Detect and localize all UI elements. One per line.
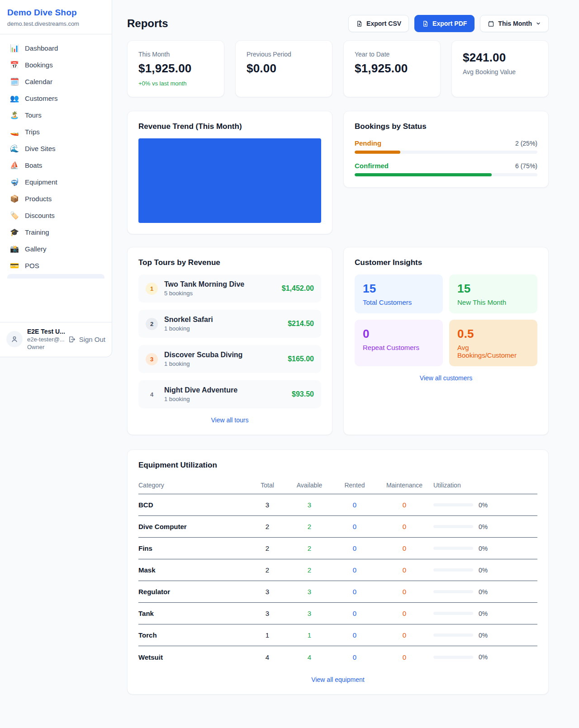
utilization-bar-track	[433, 525, 473, 528]
tile-value: 15	[457, 282, 529, 296]
export-csv-button[interactable]: Export CSV	[348, 15, 409, 32]
col-header-category: Category	[138, 482, 250, 489]
sidebar-item-customers[interactable]: 👥 Customers	[4, 90, 108, 107]
cell-category: Torch	[138, 631, 250, 639]
period-dropdown[interactable]: This Month	[480, 15, 549, 32]
sidebar-item-label: Trips	[25, 128, 40, 136]
stat-delta: +0% vs last month	[138, 80, 213, 87]
stat-label: Avg Booking Value	[463, 68, 537, 76]
cell-maintenance: 0	[375, 501, 433, 509]
export-csv-label: Export CSV	[366, 20, 401, 27]
page-title: Reports	[127, 17, 168, 30]
tour-name: Two Tank Morning Dive	[164, 280, 275, 288]
sidebar-item-label: Gallery	[25, 245, 47, 253]
cell-utilization: 0%	[433, 653, 537, 661]
view-all-tours-link[interactable]: View all tours	[138, 416, 321, 424]
sidebar-nav: 📊 Dashboard 📅 Bookings 🗓️ Calendar 👥 Cus…	[0, 34, 112, 322]
utilization-bar-track	[433, 568, 473, 572]
tile-label: Repeat Customers	[363, 344, 435, 351]
table-row: Dive Computer 2 2 0 0 0%	[138, 516, 537, 538]
cell-rented: 0	[334, 501, 375, 509]
tile-total-customers: 15 Total Customers	[355, 274, 443, 313]
page-header: Reports Export CSV Export PDF	[127, 15, 549, 32]
cell-rented: 0	[334, 653, 375, 661]
tile-value: 0.5	[457, 327, 529, 341]
stat-card-previous-period: Previous Period $0.00	[235, 40, 332, 97]
tour-name: Discover Scuba Diving	[164, 351, 281, 359]
sidebar-item-equipment[interactable]: 🤿 Equipment	[4, 174, 108, 190]
cell-utilization: 0%	[433, 523, 537, 530]
rank-badge: 1	[146, 283, 158, 295]
tour-row: 4 Night Dive Adventure 1 booking $93.50	[138, 380, 321, 408]
status-count-confirmed: 6 (75%)	[515, 162, 537, 170]
utilization-bar-track	[433, 547, 473, 550]
view-all-equipment-link[interactable]: View all equipment	[138, 676, 537, 683]
utilization-percent: 0%	[479, 523, 488, 530]
sidebar-item-label: Discounts	[25, 212, 55, 219]
sidebar-item-discounts[interactable]: 🏷️ Discounts	[4, 207, 108, 224]
brand-name: Demo Dive Shop	[7, 8, 104, 18]
cell-maintenance: 0	[375, 610, 433, 617]
utilization-bar-track	[433, 503, 473, 506]
cell-maintenance: 0	[375, 631, 433, 639]
sidebar-item-dashboard[interactable]: 📊 Dashboard	[4, 40, 108, 57]
cell-category: Tank	[138, 610, 250, 617]
sidebar-item-gallery[interactable]: 📸 Gallery	[4, 241, 108, 257]
table-row: Torch 1 1 0 0 0%	[138, 624, 537, 646]
sidebar-item-pos[interactable]: 💳 POS	[4, 257, 108, 274]
table-row: Wetsuit 4 4 0 0 0%	[138, 646, 537, 668]
sidebar-item-reports-partial[interactable]	[7, 274, 104, 279]
cell-category: Fins	[138, 544, 250, 552]
table-row: Regulator 3 3 0 0 0%	[138, 581, 537, 603]
cell-utilization: 0%	[433, 545, 537, 552]
view-all-customers-link[interactable]: View all customers	[355, 374, 537, 382]
cell-total: 4	[250, 653, 285, 661]
cell-rented: 0	[334, 610, 375, 617]
file-export-icon	[356, 20, 363, 27]
cell-utilization: 0%	[433, 567, 537, 574]
cell-total: 3	[250, 610, 285, 617]
tour-row: 2 Snorkel Safari 1 booking $214.50	[138, 310, 321, 338]
cell-rented: 0	[334, 588, 375, 596]
sidebar-item-dive-sites[interactable]: 🌊 Dive Sites	[4, 140, 108, 157]
sidebar-item-calendar[interactable]: 🗓️ Calendar	[4, 73, 108, 90]
sidebar-item-products[interactable]: 📦 Products	[4, 190, 108, 207]
tour-bookings: 1 booking	[164, 360, 281, 367]
status-label-confirmed: Confirmed	[355, 162, 389, 170]
sidebar-item-tours[interactable]: 🏝️ Tours	[4, 107, 108, 123]
tile-value: 0	[363, 327, 435, 341]
utilization-percent: 0%	[479, 610, 488, 617]
cell-category: Regulator	[138, 588, 250, 596]
bookings-calendar-icon: 📅	[10, 61, 19, 69]
bookings-by-status-card: Bookings by Status Pending 2 (25%) Confi…	[343, 111, 549, 188]
cell-rented: 0	[334, 544, 375, 552]
stat-value: $0.00	[247, 61, 321, 76]
period-label: This Month	[498, 20, 532, 27]
tour-revenue: $1,452.00	[282, 284, 314, 293]
sidebar-item-training[interactable]: 🎓 Training	[4, 224, 108, 241]
cell-total: 2	[250, 523, 285, 530]
utilization-bar-track	[433, 633, 473, 637]
cell-maintenance: 0	[375, 523, 433, 530]
tile-new-this-month: 15 New This Month	[449, 274, 537, 313]
cell-total: 2	[250, 566, 285, 574]
export-pdf-button[interactable]: Export PDF	[414, 15, 475, 32]
cell-category: Mask	[138, 566, 250, 574]
table-row: Mask 2 2 0 0 0%	[138, 559, 537, 581]
sidebar-item-bookings[interactable]: 📅 Bookings	[4, 57, 108, 73]
sidebar-item-trips[interactable]: 🚤 Trips	[4, 123, 108, 140]
utilization-percent: 0%	[479, 567, 488, 574]
cell-available: 3	[285, 588, 334, 596]
status-count-pending: 2 (25%)	[515, 140, 537, 147]
utilization-bar-track	[433, 612, 473, 615]
equipment-table-body: BCD 3 3 0 0 0% Dive Computer 2 2 0 0	[138, 494, 537, 668]
cell-rented: 0	[334, 566, 375, 574]
sidebar-item-boats[interactable]: ⛵ Boats	[4, 157, 108, 174]
tour-bookings: 5 bookings	[164, 290, 275, 297]
col-header-available: Available	[285, 482, 334, 489]
cell-available: 4	[285, 653, 334, 661]
tag-icon: 🏷️	[10, 212, 19, 219]
col-header-total: Total	[250, 482, 285, 489]
col-header-rented: Rented	[334, 482, 375, 489]
sign-out-button[interactable]: Sign Out	[68, 336, 105, 343]
